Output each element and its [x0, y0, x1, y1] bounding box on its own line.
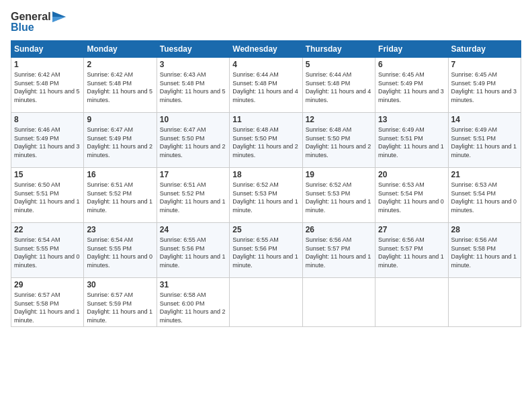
- calendar-day-cell: 5 Sunrise: 6:44 AM Sunset: 5:48 PM Dayli…: [302, 58, 375, 113]
- day-number: 8: [14, 115, 81, 124]
- calendar-day-cell: 18 Sunrise: 6:52 AM Sunset: 5:53 PM Dayl…: [230, 168, 302, 223]
- calendar-day-cell: 9 Sunrise: 6:47 AM Sunset: 5:49 PM Dayli…: [84, 113, 157, 168]
- cell-info: Sunrise: 6:53 AM Sunset: 5:54 PM Dayligh…: [451, 181, 518, 214]
- calendar-day-cell: 16 Sunrise: 6:51 AM Sunset: 5:52 PM Dayl…: [84, 168, 157, 223]
- day-number: 20: [378, 170, 445, 179]
- calendar-week-row: 29 Sunrise: 6:57 AM Sunset: 5:58 PM Dayl…: [11, 278, 521, 327]
- calendar-day-cell: 2 Sunrise: 6:42 AM Sunset: 5:48 PM Dayli…: [84, 58, 157, 113]
- day-number: 29: [14, 280, 81, 289]
- cell-info: Sunrise: 6:52 AM Sunset: 5:53 PM Dayligh…: [306, 181, 372, 214]
- cell-info: Sunrise: 6:44 AM Sunset: 5:48 PM Dayligh…: [232, 71, 299, 104]
- calendar-day-cell: [375, 278, 448, 327]
- calendar-week-row: 22 Sunrise: 6:54 AM Sunset: 5:55 PM Dayl…: [11, 223, 521, 278]
- svg-marker-1: [52, 17, 66, 22]
- cell-info: Sunrise: 6:55 AM Sunset: 5:56 PM Dayligh…: [160, 236, 226, 269]
- weekday-header-cell: Friday: [375, 41, 448, 58]
- cell-info: Sunrise: 6:56 AM Sunset: 5:57 PM Dayligh…: [306, 236, 372, 269]
- day-number: 28: [451, 225, 518, 234]
- calendar-day-cell: 13 Sunrise: 6:49 AM Sunset: 5:51 PM Dayl…: [375, 113, 448, 168]
- day-number: 9: [87, 115, 153, 124]
- cell-info: Sunrise: 6:45 AM Sunset: 5:49 PM Dayligh…: [451, 71, 518, 104]
- day-number: 15: [14, 170, 81, 179]
- cell-info: Sunrise: 6:51 AM Sunset: 5:52 PM Dayligh…: [87, 181, 153, 214]
- day-number: 2: [87, 60, 153, 69]
- header: General Blue: [11, 11, 521, 34]
- day-number: 4: [232, 60, 299, 69]
- day-number: 22: [14, 225, 81, 234]
- day-number: 25: [232, 225, 299, 234]
- cell-info: Sunrise: 6:54 AM Sunset: 5:55 PM Dayligh…: [14, 236, 81, 269]
- day-number: 18: [232, 170, 299, 179]
- weekday-header-cell: Monday: [84, 41, 157, 58]
- logo: General Blue: [11, 11, 66, 34]
- calendar-day-cell: 23 Sunrise: 6:54 AM Sunset: 5:55 PM Dayl…: [84, 223, 157, 278]
- calendar-day-cell: 1 Sunrise: 6:42 AM Sunset: 5:48 PM Dayli…: [11, 58, 84, 113]
- day-number: 1: [14, 60, 81, 69]
- calendar-day-cell: 29 Sunrise: 6:57 AM Sunset: 5:58 PM Dayl…: [11, 278, 84, 327]
- calendar-day-cell: 6 Sunrise: 6:45 AM Sunset: 5:49 PM Dayli…: [375, 58, 448, 113]
- cell-info: Sunrise: 6:49 AM Sunset: 5:51 PM Dayligh…: [451, 126, 518, 159]
- day-number: 27: [378, 225, 445, 234]
- day-number: 5: [306, 60, 372, 69]
- cell-info: Sunrise: 6:43 AM Sunset: 5:48 PM Dayligh…: [160, 71, 226, 104]
- cell-info: Sunrise: 6:51 AM Sunset: 5:52 PM Dayligh…: [160, 181, 226, 214]
- calendar-week-row: 15 Sunrise: 6:50 AM Sunset: 5:51 PM Dayl…: [11, 168, 521, 223]
- calendar-day-cell: 30 Sunrise: 6:57 AM Sunset: 5:59 PM Dayl…: [84, 278, 157, 327]
- calendar-day-cell: 3 Sunrise: 6:43 AM Sunset: 5:48 PM Dayli…: [157, 58, 229, 113]
- cell-info: Sunrise: 6:57 AM Sunset: 5:58 PM Dayligh…: [14, 291, 81, 324]
- day-number: 17: [160, 170, 226, 179]
- calendar-day-cell: 12 Sunrise: 6:48 AM Sunset: 5:50 PM Dayl…: [302, 113, 375, 168]
- calendar-day-cell: 28 Sunrise: 6:56 AM Sunset: 5:58 PM Dayl…: [448, 223, 521, 278]
- calendar-day-cell: 19 Sunrise: 6:52 AM Sunset: 5:53 PM Dayl…: [302, 168, 375, 223]
- calendar-day-cell: 8 Sunrise: 6:46 AM Sunset: 5:49 PM Dayli…: [11, 113, 84, 168]
- cell-info: Sunrise: 6:54 AM Sunset: 5:55 PM Dayligh…: [87, 236, 153, 269]
- day-number: 14: [451, 115, 518, 124]
- weekday-header-cell: Thursday: [302, 41, 375, 58]
- calendar-day-cell: 22 Sunrise: 6:54 AM Sunset: 5:55 PM Dayl…: [11, 223, 84, 278]
- day-number: 16: [87, 170, 153, 179]
- day-number: 23: [87, 225, 153, 234]
- weekday-header-cell: Tuesday: [157, 41, 229, 58]
- day-number: 19: [306, 170, 372, 179]
- calendar-day-cell: 11 Sunrise: 6:48 AM Sunset: 5:50 PM Dayl…: [230, 113, 302, 168]
- day-number: 7: [451, 60, 518, 69]
- cell-info: Sunrise: 6:47 AM Sunset: 5:49 PM Dayligh…: [87, 126, 153, 159]
- calendar-day-cell: 14 Sunrise: 6:49 AM Sunset: 5:51 PM Dayl…: [448, 113, 521, 168]
- calendar-week-row: 8 Sunrise: 6:46 AM Sunset: 5:49 PM Dayli…: [11, 113, 521, 168]
- cell-info: Sunrise: 6:58 AM Sunset: 6:00 PM Dayligh…: [160, 291, 226, 324]
- day-number: 11: [232, 115, 299, 124]
- day-number: 12: [306, 115, 372, 124]
- logo-arrow-icon: [52, 11, 66, 22]
- calendar-body: 1 Sunrise: 6:42 AM Sunset: 5:48 PM Dayli…: [11, 58, 521, 327]
- calendar-week-row: 1 Sunrise: 6:42 AM Sunset: 5:48 PM Dayli…: [11, 58, 521, 113]
- calendar-day-cell: 31 Sunrise: 6:58 AM Sunset: 6:00 PM Dayl…: [157, 278, 229, 327]
- cell-info: Sunrise: 6:46 AM Sunset: 5:49 PM Dayligh…: [14, 126, 81, 159]
- day-number: 26: [306, 225, 372, 234]
- cell-info: Sunrise: 6:48 AM Sunset: 5:50 PM Dayligh…: [306, 126, 372, 159]
- weekday-header-row: SundayMondayTuesdayWednesdayThursdayFrid…: [11, 41, 521, 58]
- cell-info: Sunrise: 6:50 AM Sunset: 5:51 PM Dayligh…: [14, 181, 81, 214]
- calendar-day-cell: [302, 278, 375, 327]
- cell-info: Sunrise: 6:55 AM Sunset: 5:56 PM Dayligh…: [232, 236, 299, 269]
- calendar-day-cell: 4 Sunrise: 6:44 AM Sunset: 5:48 PM Dayli…: [230, 58, 302, 113]
- cell-info: Sunrise: 6:57 AM Sunset: 5:59 PM Dayligh…: [87, 291, 153, 324]
- cell-info: Sunrise: 6:44 AM Sunset: 5:48 PM Dayligh…: [306, 71, 372, 104]
- day-number: 24: [160, 225, 226, 234]
- day-number: 21: [451, 170, 518, 179]
- cell-info: Sunrise: 6:45 AM Sunset: 5:49 PM Dayligh…: [378, 71, 445, 104]
- calendar-day-cell: [448, 278, 521, 327]
- cell-info: Sunrise: 6:48 AM Sunset: 5:50 PM Dayligh…: [232, 126, 299, 159]
- cell-info: Sunrise: 6:56 AM Sunset: 5:58 PM Dayligh…: [451, 236, 518, 269]
- cell-info: Sunrise: 6:53 AM Sunset: 5:54 PM Dayligh…: [378, 181, 445, 214]
- day-number: 31: [160, 280, 226, 289]
- calendar-day-cell: 17 Sunrise: 6:51 AM Sunset: 5:52 PM Dayl…: [157, 168, 229, 223]
- calendar-day-cell: 24 Sunrise: 6:55 AM Sunset: 5:56 PM Dayl…: [157, 223, 229, 278]
- day-number: 10: [160, 115, 226, 124]
- calendar-day-cell: 25 Sunrise: 6:55 AM Sunset: 5:56 PM Dayl…: [230, 223, 302, 278]
- cell-info: Sunrise: 6:56 AM Sunset: 5:57 PM Dayligh…: [378, 236, 445, 269]
- weekday-header-cell: Sunday: [11, 41, 84, 58]
- weekday-header-cell: Saturday: [448, 41, 521, 58]
- calendar-table: SundayMondayTuesdayWednesdayThursdayFrid…: [11, 40, 521, 327]
- calendar-day-cell: 20 Sunrise: 6:53 AM Sunset: 5:54 PM Dayl…: [375, 168, 448, 223]
- logo-blue-text: Blue: [11, 21, 34, 34]
